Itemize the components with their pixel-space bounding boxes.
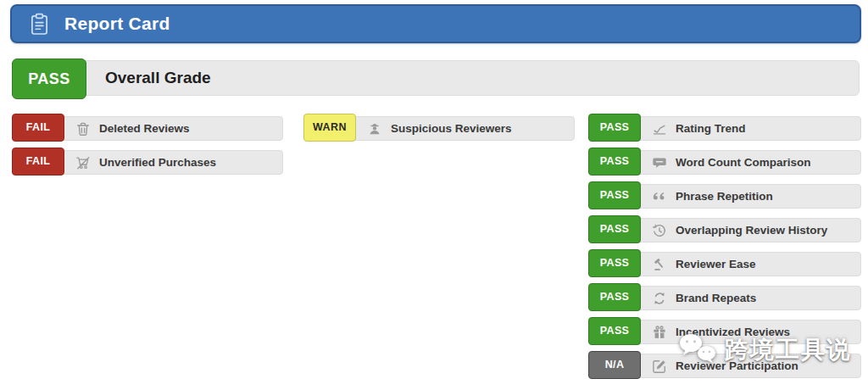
report-card-header: Report Card <box>10 4 861 43</box>
cart-slash-icon <box>75 155 91 170</box>
check-column-2: WARN Suspicious Reviewers <box>303 116 575 150</box>
check-label: Phrase Repetition <box>676 190 773 203</box>
speech-bubble-icon <box>652 155 667 170</box>
check-column-1: FAIL Deleted Reviews FAIL <box>12 116 283 184</box>
check-label: Word Count Comparison <box>676 156 811 169</box>
grade-badge: PASS <box>588 215 641 243</box>
overall-grade-row: PASS Overall Grade <box>12 60 860 96</box>
check-row-incentivized-reviews[interactable]: PASS Incentivized Reviews <box>588 320 861 344</box>
check-label: Overlapping Review History <box>676 224 827 237</box>
check-label: Reviewer Participation <box>676 359 798 372</box>
refresh-icon <box>652 291 667 306</box>
grade-badge: PASS <box>588 317 641 345</box>
check-row-reviewer-participation[interactable]: N/A Reviewer Participation <box>588 354 861 378</box>
report-card-panel: Report Card PASS Overall Grade FAIL Dele… <box>0 0 868 390</box>
overall-grade-label: Overall Grade <box>105 61 211 95</box>
check-row-suspicious-reviewers[interactable]: WARN Suspicious Reviewers <box>303 116 575 141</box>
grade-badge: PASS <box>588 148 641 176</box>
overall-grade-badge: PASS <box>12 58 86 99</box>
check-label: Suspicious Reviewers <box>391 122 512 135</box>
check-row-overlapping-review-history[interactable]: PASS Overlapping Review History <box>588 218 861 242</box>
check-label: Brand Repeats <box>676 292 756 304</box>
check-row-unverified-purchases[interactable]: FAIL Unverified Purchases <box>12 150 283 175</box>
check-label: Reviewer Ease <box>676 258 756 270</box>
check-label: Incentivized Reviews <box>676 326 790 338</box>
check-row-deleted-reviews[interactable]: FAIL Deleted Reviews <box>12 116 283 141</box>
grade-badge: WARN <box>303 114 356 142</box>
grade-badge: FAIL <box>12 148 64 176</box>
check-row-phrase-repetition[interactable]: PASS Phrase Repetition <box>588 184 861 209</box>
gift-icon <box>652 325 667 340</box>
check-row-brand-repeats[interactable]: PASS Brand Repeats <box>588 286 861 310</box>
grade-badge: PASS <box>588 114 641 142</box>
trash-icon <box>75 121 91 136</box>
check-label: Unverified Purchases <box>99 156 216 169</box>
grade-badge: PASS <box>588 249 641 277</box>
grade-badge: N/A <box>588 351 641 379</box>
line-chart-icon <box>652 121 667 136</box>
edit-square-icon <box>652 359 667 374</box>
check-label: Rating Trend <box>676 122 746 135</box>
history-clock-icon <box>652 223 667 238</box>
grade-badge: PASS <box>588 181 641 209</box>
grade-badge: PASS <box>588 283 641 311</box>
gavel-icon <box>652 257 667 272</box>
check-label: Deleted Reviews <box>99 122 190 135</box>
detective-person-icon <box>367 121 382 136</box>
page-title: Report Card <box>64 14 170 34</box>
check-row-word-count-comparison[interactable]: PASS Word Count Comparison <box>588 150 861 175</box>
quotes-icon <box>652 189 667 204</box>
clipboard-icon <box>30 13 49 36</box>
check-row-rating-trend[interactable]: PASS Rating Trend <box>588 116 861 141</box>
grade-badge: FAIL <box>12 114 64 142</box>
check-row-reviewer-ease[interactable]: PASS Reviewer Ease <box>588 252 861 276</box>
check-column-3: PASS Rating Trend PASS Word Count Compar… <box>588 116 861 387</box>
